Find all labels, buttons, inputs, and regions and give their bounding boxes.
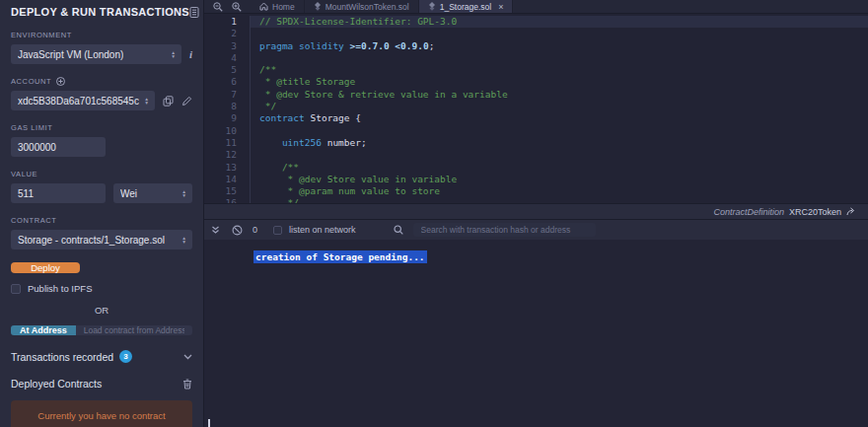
line-number: 3 xyxy=(204,40,250,52)
line-number: 10 xyxy=(204,125,250,137)
code-line: 3pragma solidity >=0.7.0 <0.9.0; xyxy=(204,40,868,52)
tab-label: 1_Storage.sol xyxy=(440,2,491,12)
tab-mountwilsontoken-sol[interactable]: MountWilsonToken.sol xyxy=(305,0,419,13)
value-input[interactable] xyxy=(11,183,106,203)
transactions-recorded-row[interactable]: Transactions recorded 3 xyxy=(11,350,192,363)
code-line: 6 * @title Storage xyxy=(204,76,868,88)
close-tab-icon[interactable]: × xyxy=(498,2,503,12)
no-instances-warning: Currently you have no contract instances… xyxy=(11,400,192,427)
deploy-run-panel: DEPLOY & RUN TRANSACTIONS ENVIRONMENT Ja… xyxy=(0,0,204,427)
chevron-down-icon[interactable] xyxy=(183,354,192,360)
code-line: 7 * @dev Store & retrieve value in a var… xyxy=(204,89,868,101)
editor-zoom-out-icon[interactable] xyxy=(213,2,223,12)
tab-1-storage-sol[interactable]: 1_Storage.sol× xyxy=(419,0,514,13)
line-number: 9 xyxy=(204,112,250,124)
line-number: 15 xyxy=(204,185,250,197)
line-number: 6 xyxy=(204,76,250,88)
deployed-contracts-row: Deployed Contracts xyxy=(11,378,192,390)
code-line: 11 uint256 number; xyxy=(204,137,868,149)
tab-label: Home xyxy=(272,2,295,12)
line-number: 16 xyxy=(204,197,250,203)
terminal-toolbar: 0 listen on network xyxy=(204,219,868,240)
terminal-log-entry: creation of Storage pending... xyxy=(253,250,427,263)
line-number: 14 xyxy=(204,174,250,185)
line-number: 11 xyxy=(204,137,250,149)
code-line: 13 /** xyxy=(204,162,868,174)
terminal-expand-icon[interactable] xyxy=(211,226,220,235)
environment-select[interactable]: JavaScript VM (London) ▴▾ xyxy=(11,44,181,64)
solidity-icon xyxy=(314,2,322,11)
clear-console-icon[interactable] xyxy=(232,225,243,236)
caret-updown-icon: ▴▾ xyxy=(182,189,185,197)
code-line: 4 xyxy=(204,52,868,64)
copy-account-icon[interactable] xyxy=(163,96,174,107)
caret-updown-icon: ▴▾ xyxy=(182,236,185,244)
line-number: 12 xyxy=(204,149,250,161)
line-number: 4 xyxy=(204,52,250,64)
pending-tx-count: 0 xyxy=(253,225,257,235)
line-number: 5 xyxy=(204,64,250,76)
terminal-cursor xyxy=(208,419,210,427)
goto-reference-icon[interactable] xyxy=(846,207,856,216)
editor-zoom-in-icon[interactable] xyxy=(232,2,242,12)
tab-bar: HomeMountWilsonToken.sol1_Storage.sol× xyxy=(204,0,868,14)
code-line: 16 */ xyxy=(204,197,868,203)
code-line: 9contract Storage { xyxy=(204,112,868,124)
ast-node-name: XRC20Token xyxy=(789,207,841,217)
or-divider: OR xyxy=(11,305,192,316)
code-line: 15 * @param num value to store xyxy=(204,185,868,197)
code-line: 12 xyxy=(204,149,868,161)
code-line: 10 xyxy=(204,125,868,137)
search-icon xyxy=(394,225,403,235)
sign-message-icon[interactable] xyxy=(181,96,192,107)
environment-label: ENVIRONMENT xyxy=(11,31,192,39)
caret-updown-icon: ▴▾ xyxy=(172,50,175,58)
panel-title: DEPLOY & RUN TRANSACTIONS xyxy=(11,6,189,18)
contract-select[interactable]: Storage - contracts/1_Storage.sol ▴▾ xyxy=(11,230,192,249)
panel-header: DEPLOY & RUN TRANSACTIONS xyxy=(11,6,192,18)
environment-info-icon[interactable]: i xyxy=(189,48,192,60)
transactions-count-badge: 3 xyxy=(119,350,132,363)
remix-ide-window: DEPLOY & RUN TRANSACTIONS ENVIRONMENT Ja… xyxy=(0,0,868,427)
code-line: 14 * @dev Store value in variable xyxy=(204,174,868,185)
line-number: 1 xyxy=(204,16,250,28)
home-icon xyxy=(259,2,268,11)
code-editor[interactable]: 1// SPDX-License-Identifier: GPL-3.023pr… xyxy=(204,14,868,203)
line-number: 2 xyxy=(204,28,250,39)
line-number: 13 xyxy=(204,162,250,174)
code-line: 2 xyxy=(204,28,868,39)
account-select[interactable]: xdc5B38Da6a701c568545c ▴▾ xyxy=(11,91,155,110)
trash-icon[interactable] xyxy=(182,379,192,390)
tab-home[interactable]: Home xyxy=(251,0,305,13)
solidity-icon xyxy=(428,2,436,11)
ast-node-type: ContractDefinition xyxy=(713,207,784,217)
deploy-button[interactable]: Deploy xyxy=(11,262,80,273)
line-number: 8 xyxy=(204,101,250,112)
code-line: 5/** xyxy=(204,64,868,76)
at-address-button[interactable]: At Address xyxy=(11,325,76,335)
add-account-icon[interactable] xyxy=(56,77,65,86)
caret-updown-icon: ▴▾ xyxy=(145,97,148,105)
publish-ipfs-checkbox[interactable] xyxy=(11,284,21,294)
gas-limit-label: GAS LIMIT xyxy=(11,123,192,132)
account-label: ACCOUNT xyxy=(11,77,51,86)
listen-network-label: listen on network xyxy=(289,225,356,235)
publish-ipfs-label: Publish to IPFS xyxy=(28,283,92,294)
editor-status-bar: ContractDefinition XRC20Token xyxy=(204,203,868,219)
contract-label: CONTRACT xyxy=(11,216,192,225)
code-line: 1// SPDX-License-Identifier: GPL-3.0 xyxy=(204,16,868,28)
terminal-search-input[interactable] xyxy=(413,223,596,237)
line-number: 7 xyxy=(204,89,250,101)
value-unit-select[interactable]: Wei ▴▾ xyxy=(113,183,192,203)
tab-label: MountWilsonToken.sol xyxy=(326,2,409,12)
panel-doc-icon[interactable] xyxy=(189,7,199,18)
listen-network-checkbox[interactable] xyxy=(273,226,282,235)
value-label: VALUE xyxy=(11,170,192,178)
gas-limit-input[interactable] xyxy=(11,137,106,157)
code-lines: 1// SPDX-License-Identifier: GPL-3.023pr… xyxy=(204,16,868,203)
code-line: 8 */ xyxy=(204,101,868,112)
terminal-output[interactable]: creation of Storage pending... xyxy=(204,240,868,427)
editor-area: HomeMountWilsonToken.sol1_Storage.sol× 1… xyxy=(204,0,868,427)
at-address-input[interactable] xyxy=(76,325,192,335)
